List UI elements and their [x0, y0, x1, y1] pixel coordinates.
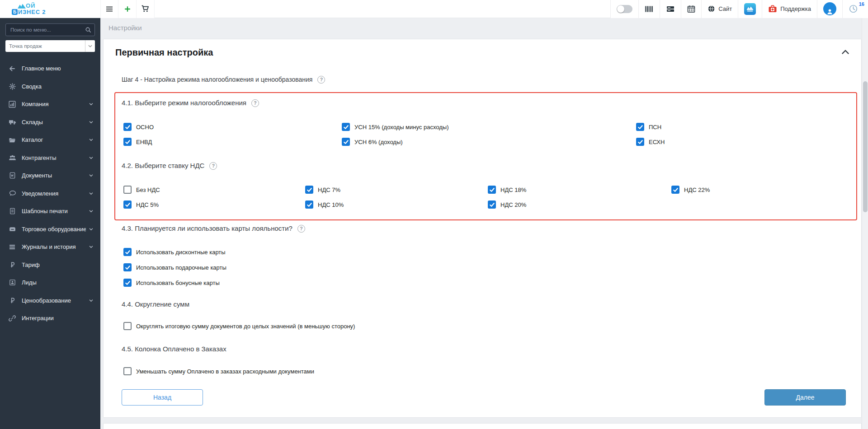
quick-add-button[interactable]: [118, 0, 137, 18]
checkbox-checked[interactable]: [123, 248, 132, 256]
loyalty-cards-checkbox-group: Использовать дисконтные картыИспользоват…: [123, 248, 856, 287]
checkbox-checked[interactable]: [123, 138, 132, 146]
sidebar-item-pricing[interactable]: Ценообразование: [0, 292, 100, 310]
support-link[interactable]: Поддержка: [762, 0, 817, 18]
checkbox-option[interactable]: Использовать подарочные карты: [123, 263, 226, 271]
checkbox-option[interactable]: ОСНО: [123, 123, 154, 131]
checkbox-option[interactable]: УСН 6% (доходы): [342, 138, 403, 146]
checkbox-option[interactable]: Уменьшать сумму Оплачено в заказах расхо…: [123, 367, 314, 375]
checkbox-option[interactable]: ПСН: [636, 123, 661, 131]
support-label: Поддержка: [780, 5, 811, 12]
sidebar-item-tariff[interactable]: Тариф: [0, 256, 100, 274]
sidebar-item-leads[interactable]: Лиды: [0, 274, 100, 292]
scrollbar-thumb[interactable]: [863, 81, 868, 212]
pos-select[interactable]: Точка продаж: [5, 40, 95, 52]
scrollbar[interactable]: [862, 18, 868, 429]
checkbox-option[interactable]: УСН 15% (доходы минус расходы): [342, 123, 448, 131]
checkbox-option[interactable]: НДС 7%: [305, 186, 340, 194]
search-input[interactable]: [5, 23, 95, 36]
chevron-down-icon: [89, 191, 94, 196]
help-icon[interactable]: ?: [317, 76, 325, 84]
checkbox-checked[interactable]: [305, 201, 313, 209]
checkbox-checked[interactable]: [123, 279, 132, 287]
section-4-3-heading: 4.3. Планируется ли использовать карты л…: [122, 224, 856, 233]
sidebar-item-print-templates[interactable]: Шаблоны печати: [0, 202, 100, 220]
checkbox-unchecked[interactable]: [123, 367, 132, 375]
sidebar-item-contractors[interactable]: Контрагенты: [0, 149, 100, 167]
checkbox-checked[interactable]: [123, 123, 132, 131]
checkbox-option[interactable]: ЕНВД: [123, 138, 152, 146]
checkbox-checked[interactable]: [342, 138, 350, 146]
sidebar-item-documents[interactable]: Документы: [0, 167, 100, 185]
checkbox-option[interactable]: Использовать дисконтные карты: [123, 248, 226, 256]
checkbox-option[interactable]: НДС 10%: [305, 201, 344, 209]
checkbox-checked[interactable]: [671, 186, 679, 194]
vat-rate-checkbox-group: Без НДСНДС 5%НДС 7%НДС 10%НДС 18%НДС 20%…: [123, 186, 850, 209]
checkbox-checked[interactable]: [123, 263, 132, 271]
checkbox-checked[interactable]: [488, 201, 496, 209]
barcode-button[interactable]: [638, 0, 660, 18]
next-button[interactable]: Далее: [764, 389, 846, 406]
checkbox-option[interactable]: НДС 22%: [671, 186, 710, 194]
checkbox-checked[interactable]: [488, 186, 496, 194]
sidebar-item-label: Сводка: [22, 83, 94, 90]
logo-text-line1: ОЙ: [26, 3, 35, 9]
help-icon[interactable]: ?: [209, 162, 217, 170]
checkbox-label: ЕНВД: [136, 139, 152, 145]
toggle-switch-off[interactable]: [617, 5, 632, 13]
sidebar-item-warehouses[interactable]: Склады: [0, 113, 100, 131]
app-logo[interactable]: ОЙ Б ИЗНЕС 2: [0, 0, 100, 18]
pos-select-value: Точка продаж: [5, 43, 85, 49]
cart-button[interactable]: [137, 0, 155, 18]
sidebar-item-catalog[interactable]: Каталог: [0, 131, 100, 149]
collapse-panel-button[interactable]: [841, 50, 849, 55]
next-panel-stub: [103, 423, 862, 429]
sidebar-item-trade-equipment[interactable]: Торговое оборудование: [0, 220, 100, 238]
checkbox-option[interactable]: Округлять итоговую сумму документов до ц…: [123, 322, 355, 330]
checkbox-option[interactable]: ЕСХН: [636, 138, 665, 146]
calendar-button[interactable]: [681, 0, 701, 18]
checkbox-unchecked[interactable]: [123, 186, 132, 194]
sidebar-item-label: Тариф: [22, 261, 94, 268]
topbar-right-group: Сайт Поддержка 16: [610, 0, 868, 18]
help-icon[interactable]: ?: [251, 99, 259, 107]
checkbox-checked[interactable]: [123, 201, 132, 209]
back-button[interactable]: Назад: [122, 389, 203, 406]
checkbox-checked[interactable]: [342, 123, 350, 131]
sidebar-item-notifications[interactable]: Уведомления: [0, 185, 100, 203]
chevron-down-icon: [89, 120, 94, 125]
checkbox-unchecked[interactable]: [123, 322, 132, 330]
checkbox-checked[interactable]: [636, 138, 644, 146]
mobile-app-button[interactable]: [738, 0, 762, 18]
sidebar-item-label: Шаблоны печати: [22, 208, 86, 214]
checkbox-label: ОСНО: [136, 124, 154, 131]
checkbox-checked[interactable]: [305, 186, 313, 194]
checkbox-checked[interactable]: [636, 123, 644, 131]
sidebar-item-company[interactable]: Компания: [0, 95, 100, 113]
sidebar-item-journals-history[interactable]: Журналы и история: [0, 238, 100, 256]
topbar-toggle[interactable]: [610, 0, 638, 18]
checkbox-option[interactable]: НДС 20%: [488, 201, 526, 209]
checkbox-option[interactable]: Без НДС: [123, 186, 160, 194]
folder-icon: [8, 136, 16, 144]
sidebar-item-label: Компания: [22, 101, 86, 107]
section-title: 4.5. Колонка Оплачено в Заказах: [122, 345, 226, 354]
logo-text-line2: ИЗНЕС 2: [18, 9, 46, 15]
document-icon: [8, 172, 16, 179]
sidebar-item-label: Контрагенты: [22, 154, 86, 161]
sidebar-item-integrations[interactable]: Интеграции: [0, 309, 100, 327]
help-icon[interactable]: ?: [297, 225, 305, 233]
pos-select-caret-button[interactable]: [85, 40, 95, 52]
support-case-icon: [768, 5, 777, 13]
checkbox-option[interactable]: Использовать бонусные карты: [123, 279, 220, 287]
sidebar-item-summary[interactable]: Сводка: [0, 78, 100, 96]
sidebar-item-main-menu[interactable]: Главное меню: [0, 60, 100, 78]
history-button[interactable]: 16: [842, 0, 868, 18]
cards-button[interactable]: [660, 0, 681, 18]
checkbox-label: НДС 20%: [500, 201, 526, 208]
checkbox-option[interactable]: НДС 5%: [123, 201, 159, 209]
checkbox-option[interactable]: НДС 18%: [488, 186, 526, 194]
hamburger-menu-button[interactable]: [100, 0, 118, 18]
profile-button[interactable]: [817, 0, 842, 18]
site-link[interactable]: Сайт: [701, 0, 738, 18]
